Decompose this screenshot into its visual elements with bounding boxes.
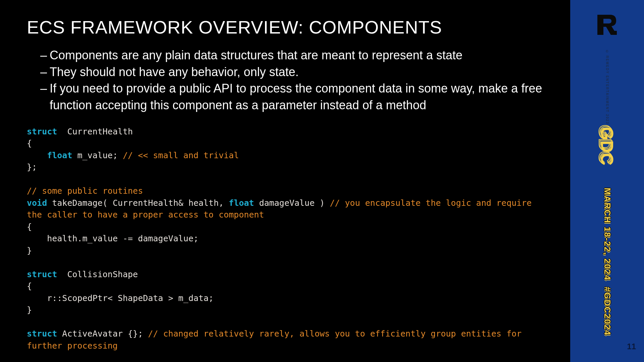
code-keyword: float [27,150,72,160]
svg-rect-0 [613,31,617,35]
remedy-logo-icon [596,14,618,37]
bullet-item: Components are any plain data structures… [40,47,543,64]
code-comment: // << small and trivial [123,150,239,160]
page-number: 11 [627,342,636,351]
bullet-item: If you need to provide a public API to p… [40,80,543,113]
slide-title: ECS FRAMEWORK OVERVIEW: COMPONENTS [27,17,543,38]
gdc-logo: GDC GDC GDC [598,127,616,167]
code-keyword: struct [27,127,57,136]
code-keyword: float [229,198,254,208]
slide-sidebar: © REMEDY ENTERTAINMENT 2023 GDC GDC GDC … [570,0,644,362]
code-keyword: struct [27,269,57,279]
slide-content: ECS FRAMEWORK OVERVIEW: COMPONENTS Compo… [0,0,570,362]
copyright-text: © REMEDY ENTERTAINMENT 2023 [605,50,609,124]
code-keyword: struct [27,329,57,339]
code-comment: // some public routines [27,186,143,196]
code-keyword: void [27,198,47,208]
event-date-hashtag: MARCH 18-22, 2024 #GDC2024 [602,188,612,336]
bullet-item: They should not have any behavior, only … [40,64,543,80]
bullet-list: Components are any plain data structures… [40,47,543,114]
code-block: struct CurrentHealth { float m_value; //… [27,126,543,352]
